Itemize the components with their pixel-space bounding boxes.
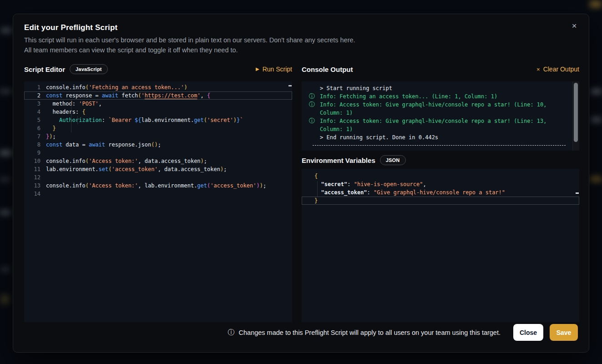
backdrop-blur: [1, 295, 9, 304]
indent-guide: [77, 116, 78, 124]
overview-ruler-mark: [576, 192, 579, 194]
line-number: 3: [24, 100, 40, 108]
line-number: 5: [24, 116, 40, 124]
code-line[interactable]: 1console.info('Fetching an access token.…: [24, 83, 292, 91]
info-circle-icon: ⓘ: [309, 101, 315, 109]
code-line[interactable]: 11lab.environment.set('access_token', da…: [24, 165, 292, 173]
backdrop-blur: [1, 268, 10, 271]
line-number: 1: [24, 83, 40, 91]
info-circle-icon: ⓘ: [309, 92, 315, 101]
line-number: 14: [24, 190, 40, 198]
backdrop-blur: [0, 150, 12, 156]
json-badge: JSON: [380, 155, 406, 165]
preflight-script-modal: Edit your Preflight Script This script w…: [13, 14, 589, 353]
console-entry: ⓘInfo: Fetching an access token... (Line…: [308, 92, 566, 101]
modal-description-line1: This script will run in each user's brow…: [24, 35, 434, 45]
console-entry-text: > Start running script: [320, 85, 392, 91]
console-separator: [313, 145, 566, 146]
console-header: Console Output × Clear Output: [302, 62, 579, 76]
line-number: 6: [24, 124, 40, 132]
console-title: Console Output: [302, 66, 353, 73]
indent-guide: [317, 181, 318, 197]
env-vars-title-row: Environment Variables JSON: [302, 155, 406, 165]
line-number: 2: [24, 91, 40, 100]
backdrop-blur: [0, 89, 12, 93]
line-number: 12: [24, 173, 40, 182]
modal-footer: ⓘ Changes made to this Preflight Script …: [228, 324, 578, 341]
code-line[interactable]: }: [302, 197, 579, 205]
code-line[interactable]: "secret": "hive-is-open-source",: [302, 180, 579, 188]
env-vars-editor[interactable]: { "secret": "hive-is-open-source", "acce…: [302, 169, 579, 322]
script-editor-title: Script Editor: [24, 66, 65, 73]
line-number: 10: [24, 157, 40, 165]
clear-icon: ×: [536, 66, 540, 73]
console-scrollbar[interactable]: [572, 81, 579, 151]
code-line[interactable]: 5 Authorization: `Bearer ${lab.environme…: [24, 116, 292, 124]
code-line[interactable]: 13console.info('Access token:', lab.envi…: [24, 182, 292, 190]
code-line[interactable]: 7});: [24, 132, 292, 141]
language-badge: JavaScript: [70, 64, 108, 74]
clear-output-label: Clear Output: [543, 66, 579, 73]
backdrop-blur: [590, 1, 602, 7]
page-backdrop: Edit your Preflight Script This script w…: [0, 0, 602, 364]
script-editor-code[interactable]: 1console.info('Fetching an access token.…: [24, 81, 292, 322]
line-number: 9: [24, 149, 40, 157]
clear-output-button[interactable]: × Clear Output: [536, 66, 579, 73]
code-line[interactable]: 9: [24, 149, 292, 157]
code-line[interactable]: 14: [24, 190, 292, 198]
console-entry: > End running script. Done in 0.442s: [308, 133, 566, 142]
code-line[interactable]: 8const data = await response.json();: [24, 141, 292, 149]
backdrop-blur: [0, 177, 10, 182]
modal-description-line2: All team members can view the script and…: [24, 45, 434, 55]
console-entry-text: Info: Access token: Give graphql-hive/co…: [320, 118, 547, 132]
env-vars-header: Environment Variables JSON: [302, 153, 579, 167]
backdrop-blur: [591, 89, 602, 94]
backdrop-blur: [1, 28, 12, 33]
modal-title: Edit your Preflight Script: [24, 23, 117, 32]
console-entry: ⓘInfo: Access token: Give graphql-hive/c…: [308, 101, 566, 117]
script-editor-header: Script Editor JavaScript ▶ Run Script: [24, 62, 292, 76]
console-entry: > Start running script: [308, 84, 566, 92]
code-line[interactable]: 4 headers: {: [24, 108, 292, 116]
console-scrollbar-thumb[interactable]: [574, 83, 578, 142]
overview-ruler-cursor-mark: [288, 85, 292, 86]
console-output-log: > Start running scriptⓘInfo: Fetching an…: [302, 81, 579, 151]
close-button[interactable]: Close: [513, 324, 543, 341]
console-entry: ⓘInfo: Access token: Give graphql-hive/c…: [308, 117, 566, 133]
run-script-button[interactable]: ▶ Run Script: [256, 66, 292, 73]
script-editor-title-row: Script Editor JavaScript: [24, 64, 108, 74]
code-line[interactable]: 3 method: 'POST',: [24, 100, 292, 108]
close-icon[interactable]: ×: [568, 20, 581, 32]
code-line[interactable]: 2const response = await fetch('https://t…: [24, 91, 292, 100]
line-number: 13: [24, 182, 40, 190]
code-line[interactable]: "access_token": "Give graphql-hive/conso…: [302, 188, 579, 197]
console-entry-text: Info: Fetching an access token... (Line:…: [320, 93, 497, 100]
env-vars-title: Environment Variables: [302, 157, 375, 164]
backdrop-blur: [590, 177, 602, 182]
footer-note-text: Changes made to this Preflight Script wi…: [239, 329, 501, 336]
info-circle-icon: ⓘ: [309, 117, 315, 125]
line-number: 11: [24, 165, 40, 173]
code-line[interactable]: 12: [24, 173, 292, 182]
line-number: 4: [24, 108, 40, 116]
line-number: 7: [24, 132, 40, 141]
run-script-label: Run Script: [263, 66, 292, 73]
code-line[interactable]: {: [302, 172, 579, 180]
console-output-panel: > Start running scriptⓘInfo: Fetching an…: [302, 81, 579, 151]
line-number: 8: [24, 141, 40, 149]
footer-note: ⓘ Changes made to this Preflight Script …: [228, 328, 501, 337]
save-button[interactable]: Save: [550, 324, 578, 341]
backdrop-blur: [0, 210, 11, 215]
env-vars-code[interactable]: { "secret": "hive-is-open-source", "acce…: [302, 169, 579, 322]
info-icon: ⓘ: [228, 328, 235, 337]
modal-description: This script will run in each user's brow…: [24, 35, 434, 55]
script-code-editor[interactable]: 1console.info('Fetching an access token.…: [24, 81, 292, 322]
code-line[interactable]: 10console.info('Access token:', data.acc…: [24, 157, 292, 165]
code-line[interactable]: 6 }: [24, 124, 292, 132]
console-entry-text: > End running script. Done in 0.442s: [320, 134, 438, 141]
backdrop-blur: [591, 117, 602, 122]
console-entry-text: Info: Access token: Give graphql-hive/co…: [320, 101, 547, 116]
play-icon: ▶: [256, 67, 259, 71]
console-title-row: Console Output: [302, 66, 353, 73]
indent-guide: [71, 100, 71, 132]
